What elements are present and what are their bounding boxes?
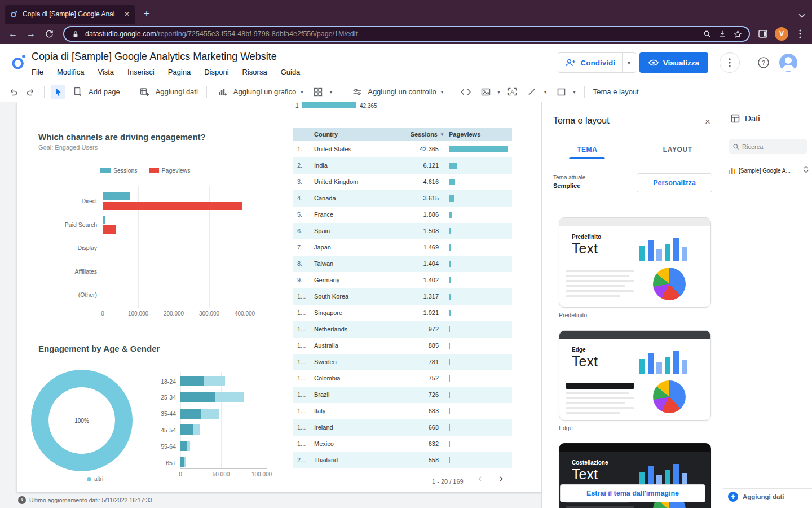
share-dropdown-caret[interactable]: ▾ — [622, 53, 636, 72]
tab-close-icon[interactable]: ✕ — [124, 10, 130, 18]
report-page[interactable]: 1 42.365 Which channels are driving enga… — [17, 102, 541, 492]
new-tab-button[interactable]: + — [139, 6, 155, 21]
add-control-button[interactable]: Aggiungi un controllo ▾ — [347, 85, 445, 99]
table-row[interactable]: 6.Spain1.508 — [293, 223, 512, 239]
extract-theme-button[interactable]: Estrai il tema dall'immagine — [560, 484, 705, 502]
add-chart-button[interactable]: Aggiungi un grafico ▾ — [213, 85, 306, 99]
row-pageviews-bar — [449, 392, 450, 398]
menu-guida[interactable]: Guida — [281, 68, 301, 76]
table-row[interactable]: 1...South Korea1.317 — [293, 288, 512, 305]
document-title[interactable]: Copia di [Sample] Google Analytics Marke… — [32, 51, 277, 63]
more-options-button[interactable] — [720, 52, 740, 73]
browser-tab[interactable]: Copia di [Sample] Google Anal ✕ — [5, 5, 135, 24]
add-data-button[interactable]: Aggiungi dati — [135, 85, 200, 99]
help-button[interactable]: ? — [756, 55, 771, 71]
back-button[interactable]: ← — [5, 26, 21, 42]
menu-inserisci[interactable]: Inserisci — [127, 68, 155, 76]
data-search-input[interactable] — [742, 143, 804, 150]
browser-menu-icon[interactable] — [793, 27, 807, 41]
row-index: 1... — [297, 440, 311, 447]
table-row[interactable]: 1...Singapore1.021 — [293, 305, 512, 321]
toolbar-divider — [452, 86, 452, 98]
table-row[interactable]: 1...Colombia752 — [293, 370, 512, 387]
add-data-footer-button[interactable]: + Aggiungi dati — [728, 492, 784, 502]
header-pageviews[interactable]: Pageviews — [449, 131, 480, 138]
add-data-label: Aggiungi dati — [156, 87, 198, 96]
menu-modifica[interactable]: Modifica — [57, 68, 84, 76]
collapse-panel-icon[interactable] — [803, 165, 809, 173]
table-row[interactable]: 1.United States42.365 — [293, 141, 512, 157]
header-country[interactable]: Country — [314, 131, 338, 138]
legend-label: Sessions — [113, 167, 138, 174]
insert-text-button[interactable]: A — [505, 85, 520, 99]
row-pageviews-bar — [449, 163, 457, 169]
table-row[interactable]: 2.India6.121 — [293, 157, 512, 174]
data-grid-icon — [731, 114, 740, 123]
table-row[interactable]: 1...Italy683 — [293, 403, 512, 419]
row-country: France — [314, 211, 333, 218]
insert-image-button[interactable]: ▾ — [476, 85, 502, 99]
row-sessions: 726 — [378, 391, 439, 398]
data-freshness-icon[interactable] — [18, 496, 26, 504]
customize-button[interactable]: Personalizza — [637, 173, 712, 192]
table-row[interactable]: 7.Japan1.469 — [293, 239, 512, 256]
forward-button[interactable]: → — [23, 26, 39, 42]
table-row[interactable]: 1...Mexico632 — [293, 436, 512, 452]
pagination-prev-icon[interactable]: ‹ — [478, 472, 482, 484]
theme-card-predefinito[interactable]: PredefinitoText — [559, 217, 711, 308]
pagination-next-icon[interactable]: › — [500, 472, 503, 484]
datastudio-logo-icon[interactable] — [11, 53, 27, 71]
data-source-item[interactable]: [Sample] Google A... — [728, 163, 800, 178]
row-country: Japan — [314, 244, 331, 251]
side-panel-icon[interactable] — [756, 27, 770, 41]
table-row[interactable]: 3.United Kingdom4.616 — [293, 174, 512, 190]
share-button[interactable]: Condividi ▾ — [558, 52, 636, 73]
menu-disponi[interactable]: Disponi — [204, 68, 228, 76]
reload-button[interactable] — [41, 26, 58, 42]
table-row[interactable]: 1...Netherlands972 — [293, 321, 512, 338]
menu-pagina[interactable]: Pagina — [168, 68, 191, 76]
table-row[interactable]: 4.Canada3.615 — [293, 190, 512, 207]
tab-tema[interactable]: TEMA — [542, 141, 633, 159]
community-visualizations-button[interactable]: ▾ — [308, 85, 335, 99]
insert-shape-button[interactable]: ▾ — [551, 85, 578, 99]
table-row[interactable]: 8.Taiwan1.404 — [293, 256, 512, 272]
close-icon[interactable]: × — [705, 116, 710, 128]
table-row[interactable]: 1...Brazil726 — [293, 387, 512, 403]
undo-button[interactable] — [6, 85, 20, 99]
view-button[interactable]: Visualizza — [639, 52, 708, 73]
table-row[interactable]: 2...Thailand558 — [293, 452, 512, 468]
table-row[interactable]: 1...Ireland668 — [293, 419, 512, 436]
redo-button[interactable] — [23, 85, 38, 99]
insert-line-button[interactable]: ▾ — [523, 85, 549, 99]
bookmark-star-icon[interactable] — [732, 28, 743, 40]
sort-descending-icon[interactable]: ▼ — [440, 132, 444, 137]
table-row[interactable]: 5.France1.886 — [293, 207, 512, 223]
save-icon[interactable] — [717, 28, 728, 40]
menu-file[interactable]: File — [32, 68, 43, 76]
user-avatar[interactable] — [779, 54, 797, 72]
table-header[interactable]: Country Sessions ▼ Pageviews — [293, 128, 512, 141]
embed-code-button[interactable] — [458, 85, 473, 99]
menu-risorsa[interactable]: Risorsa — [242, 68, 267, 76]
add-page-button[interactable]: Add page — [68, 85, 122, 99]
data-search-box[interactable] — [729, 139, 807, 154]
theme-card-edge[interactable]: EdgeText — [559, 330, 711, 421]
bar — [103, 286, 103, 294]
country-table[interactable]: Country Sessions ▼ Pageviews 1.United St… — [293, 128, 512, 468]
theme-layout-button[interactable]: Tema e layout — [591, 87, 641, 96]
table-row[interactable]: 1...Australia885 — [293, 338, 512, 354]
tab-search-chevron-icon[interactable] — [798, 14, 805, 18]
menu-vista[interactable]: Vista — [98, 68, 114, 76]
row-pageviews-bar — [449, 359, 450, 365]
table-row[interactable]: 9.Germany1.402 — [293, 272, 512, 288]
search-icon[interactable] — [701, 28, 713, 40]
tab-strip: Copia di [Sample] Google Anal ✕ + — [0, 0, 812, 24]
browser-profile-avatar[interactable]: V — [775, 27, 788, 41]
select-tool-button[interactable] — [51, 85, 65, 99]
donut-chart[interactable]: 100% — [31, 370, 133, 471]
header-sessions[interactable]: Sessions — [378, 131, 438, 138]
url-bar[interactable]: datastudio.google.com/reporting/725455e3… — [63, 26, 750, 42]
table-row[interactable]: 1...Sweden781 — [293, 354, 512, 370]
tab-layout[interactable]: LAYOUT — [633, 141, 723, 159]
